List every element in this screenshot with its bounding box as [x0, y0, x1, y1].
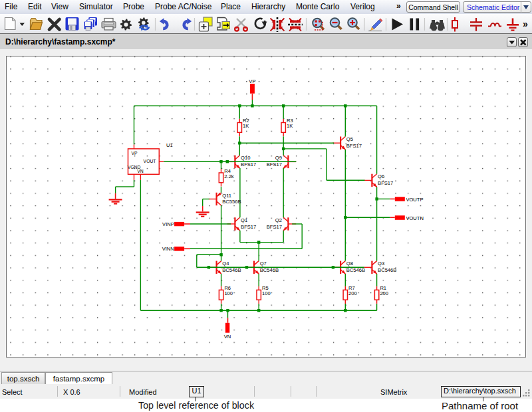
svg-text:100: 100: [262, 290, 271, 296]
svg-text:Q8: Q8: [346, 260, 353, 266]
svg-text:BC556B: BC556B: [222, 199, 241, 205]
svg-text:100: 100: [224, 290, 233, 296]
svg-text:Q5: Q5: [346, 136, 353, 142]
svg-text:Q3: Q3: [378, 260, 384, 266]
svg-text:200: 200: [348, 290, 357, 296]
svg-text:BFS17: BFS17: [267, 224, 282, 230]
svg-text:»: »: [523, 19, 528, 29]
svg-text:Q7: Q7: [260, 260, 267, 266]
svg-text:200: 200: [380, 290, 388, 296]
svg-text:VOUTP: VOUTP: [406, 197, 423, 203]
svg-text:BFS17: BFS17: [346, 143, 362, 149]
svg-text:2.2k: 2.2k: [224, 173, 234, 179]
svg-text:VOUTN: VOUTN: [406, 215, 424, 221]
svg-text:BFS17: BFS17: [267, 161, 282, 167]
svg-text:BC546B: BC546B: [378, 267, 396, 273]
svg-text:Q1: Q1: [241, 217, 247, 223]
svg-text:Q6: Q6: [378, 173, 384, 179]
svg-text:Q11: Q11: [222, 193, 231, 199]
svg-text:VINN: VINN: [162, 246, 174, 252]
svg-text:Q2: Q2: [275, 217, 282, 223]
svg-text:BC546B: BC546B: [222, 267, 241, 273]
svg-text:VN: VN: [224, 334, 231, 340]
svg-text:BC546B: BC546B: [346, 267, 365, 273]
svg-text:1K: 1K: [243, 123, 249, 129]
svg-text:BC546B: BC546B: [260, 267, 279, 273]
svg-text:BFS17: BFS17: [378, 180, 393, 186]
svg-text:VP: VP: [249, 78, 255, 84]
svg-text:VINP: VINP: [162, 221, 174, 227]
svg-text:BFS17: BFS17: [241, 224, 256, 230]
svg-text:VN: VN: [137, 169, 144, 173]
svg-text:1K: 1K: [287, 123, 293, 129]
svg-text:U1: U1: [166, 142, 173, 148]
svg-text:Q9: Q9: [275, 155, 282, 161]
svg-text:VOUT: VOUT: [144, 159, 156, 163]
svg-text:Q4: Q4: [222, 260, 229, 266]
svg-text:BFS17: BFS17: [241, 161, 256, 167]
svg-text:VP: VP: [132, 151, 138, 155]
svg-text:Q10: Q10: [241, 155, 250, 161]
